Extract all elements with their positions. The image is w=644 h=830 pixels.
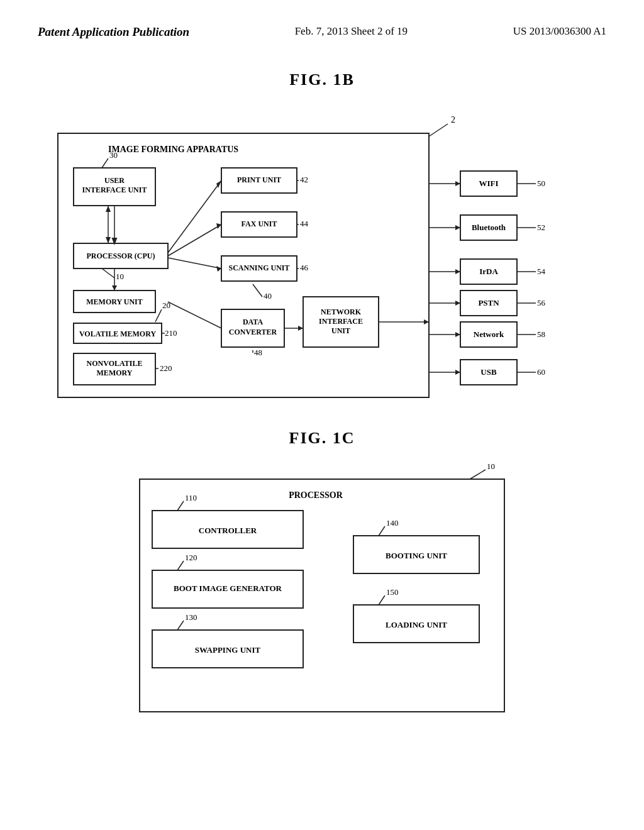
svg-line-40 <box>168 258 221 268</box>
svg-text:PRINT UNIT: PRINT UNIT <box>237 175 281 184</box>
svg-text:150: 150 <box>386 587 399 597</box>
svg-line-121 <box>379 526 385 536</box>
svg-text:130: 130 <box>185 612 197 622</box>
svg-text:NETWORK: NETWORK <box>321 307 362 316</box>
svg-text:PROCESSOR: PROCESSOR <box>289 490 343 500</box>
fig1b-title: FIG. 1B <box>0 70 644 89</box>
svg-marker-46 <box>424 319 429 324</box>
svg-text:54: 54 <box>537 267 546 276</box>
svg-marker-44 <box>298 326 303 331</box>
svg-marker-58 <box>455 332 460 337</box>
svg-marker-48 <box>112 285 117 290</box>
svg-line-8 <box>102 268 114 278</box>
svg-line-101 <box>155 309 162 322</box>
svg-text:IMAGE FORMING APPARATUS: IMAGE FORMING APPARATUS <box>108 145 238 154</box>
svg-marker-41 <box>216 266 221 272</box>
svg-text:VOLATILE MEMORY: VOLATILE MEMORY <box>79 329 156 338</box>
svg-text:30: 30 <box>109 150 118 160</box>
svg-text:CONVERTER: CONVERTER <box>229 328 277 336</box>
svg-marker-35 <box>106 237 111 243</box>
svg-text:MEMORY: MEMORY <box>97 368 133 377</box>
svg-text:USB: USB <box>480 367 497 377</box>
svg-text:40: 40 <box>264 291 272 301</box>
fig1c-diagram: PROCESSOR 10 CONTROLLER 110 BOOT IMAGE G… <box>114 460 530 724</box>
svg-text:LOADING UNIT: LOADING UNIT <box>386 620 447 629</box>
svg-marker-60 <box>455 370 460 375</box>
fig1c-svg: PROCESSOR 10 CONTROLLER 110 BOOT IMAGE G… <box>114 460 530 724</box>
svg-text:Bluetooth: Bluetooth <box>472 223 506 232</box>
svg-text:210: 210 <box>165 328 177 338</box>
svg-text:NONVOLATILE: NONVOLATILE <box>87 359 143 368</box>
svg-text:60: 60 <box>537 367 545 377</box>
svg-rect-103 <box>140 479 504 712</box>
svg-text:FAX UNIT: FAX UNIT <box>242 219 277 228</box>
svg-text:10: 10 <box>487 462 495 471</box>
svg-marker-50 <box>455 181 460 186</box>
fig1b-diagram: IMAGE FORMING APPARATUS 2 30 10 210 220 … <box>39 102 605 410</box>
header-left: Patent Application Publication <box>38 25 189 39</box>
svg-text:110: 110 <box>185 493 197 502</box>
fig1c-title: FIG. 1C <box>0 429 644 448</box>
header-right: US 2013/0036300 A1 <box>513 25 606 38</box>
svg-text:UNIT: UNIT <box>331 326 350 335</box>
svg-text:CONTROLLER: CONTROLLER <box>199 526 257 535</box>
svg-text:20: 20 <box>162 301 170 310</box>
svg-text:PSTN: PSTN <box>478 298 499 307</box>
svg-text:10: 10 <box>116 272 124 281</box>
svg-text:120: 120 <box>185 553 197 562</box>
svg-text:INTERFACE: INTERFACE <box>319 317 363 326</box>
svg-text:Network: Network <box>474 329 504 339</box>
svg-text:IrDA: IrDA <box>479 267 498 276</box>
svg-marker-56 <box>455 301 460 306</box>
svg-text:2: 2 <box>451 115 455 124</box>
svg-marker-54 <box>455 269 460 274</box>
svg-text:42: 42 <box>300 175 308 184</box>
svg-marker-52 <box>455 225 460 230</box>
header-center: Feb. 7, 2013 Sheet 2 of 19 <box>295 25 408 38</box>
svg-text:48: 48 <box>254 348 262 357</box>
svg-text:SWAPPING UNIT: SWAPPING UNIT <box>195 645 261 655</box>
svg-text:58: 58 <box>537 329 545 339</box>
svg-marker-39 <box>216 223 221 229</box>
svg-line-38 <box>168 224 221 256</box>
svg-text:DATA: DATA <box>243 318 264 326</box>
svg-text:56: 56 <box>537 298 546 307</box>
svg-line-125 <box>379 595 385 605</box>
svg-text:USER: USER <box>104 176 125 185</box>
svg-text:52: 52 <box>537 223 545 232</box>
svg-line-109 <box>177 501 184 511</box>
svg-line-113 <box>177 561 184 570</box>
svg-text:MEMORY UNIT: MEMORY UNIT <box>86 297 142 306</box>
svg-text:140: 140 <box>386 518 399 528</box>
svg-line-2 <box>429 124 448 136</box>
svg-text:50: 50 <box>537 179 545 188</box>
svg-marker-34 <box>106 206 111 212</box>
svg-text:INTERFACE UNIT: INTERFACE UNIT <box>82 185 147 194</box>
svg-text:220: 220 <box>160 363 172 373</box>
svg-line-42 <box>168 302 221 328</box>
page-header: Patent Application Publication Feb. 7, 2… <box>0 0 644 52</box>
svg-text:46: 46 <box>300 263 309 272</box>
fig1b-svg: IMAGE FORMING APPARATUS 2 30 10 210 220 … <box>39 102 605 410</box>
svg-text:BOOTING UNIT: BOOTING UNIT <box>386 551 447 560</box>
svg-line-5 <box>102 158 108 168</box>
svg-text:SCANNING UNIT: SCANNING UNIT <box>228 263 289 272</box>
svg-text:44: 44 <box>300 219 309 228</box>
svg-text:WIFI: WIFI <box>479 179 498 188</box>
svg-line-26 <box>253 284 262 297</box>
svg-line-117 <box>177 621 184 630</box>
svg-line-105 <box>470 470 486 479</box>
svg-text:PROCESSOR (CPU): PROCESSOR (CPU) <box>86 252 155 260</box>
svg-line-36 <box>168 180 221 253</box>
svg-text:BOOT IMAGE GENERATOR: BOOT IMAGE GENERATOR <box>174 584 282 593</box>
